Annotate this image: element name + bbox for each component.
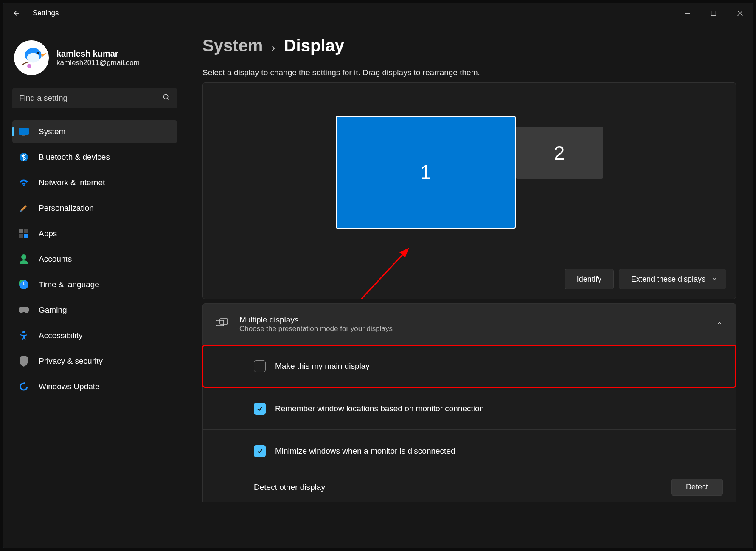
accessibility-icon [18,330,29,341]
nav-label: Time & language [39,280,99,289]
svg-point-9 [163,94,168,99]
nav-item-accessibility[interactable]: Accessibility [12,324,177,347]
minimize-button[interactable] [674,3,700,23]
profile-name: kamlesh kumar [56,49,140,59]
window-controls [674,3,753,23]
make-main-display-checkbox[interactable] [254,360,266,372]
identify-button[interactable]: Identify [565,269,614,289]
remember-checkbox[interactable] [254,403,266,415]
display-canvas[interactable]: 2 1 [203,91,736,253]
nav-label: Accounts [39,254,72,264]
nav-item-windows-update[interactable]: Windows Update [12,375,177,398]
arrow-left-icon [13,9,20,17]
display-1-label: 1 [420,161,431,184]
close-icon [737,11,743,16]
remember-window-locations-row: Remember window locations based on monit… [202,387,736,430]
nav-label: Network & internet [39,178,105,187]
display-2-label: 2 [554,141,565,164]
detect-button[interactable]: Detect [671,479,723,496]
nav-item-accounts[interactable]: Accounts [12,248,177,271]
window-title: Settings [33,9,59,17]
projection-mode-dropdown[interactable]: Extend these displays [619,269,726,289]
nav-item-bluetooth[interactable]: Bluetooth & devices [12,146,177,169]
nav-label: System [39,127,65,136]
svg-point-7 [37,52,39,54]
avatar-bird-icon [14,40,49,75]
minimize-checkbox[interactable] [254,445,266,457]
displays-icon [216,318,228,330]
svg-point-19 [21,254,26,260]
nav-item-system[interactable]: System [12,120,177,143]
display-2[interactable]: 2 [516,127,603,179]
card-title: Multiple displays [239,315,393,325]
chevron-up-icon [716,320,723,328]
wifi-icon [18,177,29,188]
caption-text: Select a display to change the settings … [202,68,736,77]
shield-icon [18,356,29,367]
display-1[interactable]: 1 [336,116,516,229]
nav: System Bluetooth & devices Network & int… [12,120,177,398]
display-arrange-card: 2 1 Identify Extend these displays [202,82,736,299]
checkmark-icon [256,448,263,455]
system-icon [18,126,29,137]
svg-line-10 [167,98,169,100]
back-button[interactable] [11,7,22,19]
svg-point-8 [27,64,31,68]
search-icon [163,93,170,103]
svg-point-14 [23,185,25,186]
nav-label: Privacy & security [39,356,103,366]
nav-item-time-language[interactable]: Time & language [12,273,177,296]
breadcrumb-parent[interactable]: System [202,36,263,55]
maximize-icon [711,11,716,16]
svg-rect-17 [19,234,23,238]
svg-rect-15 [19,229,23,233]
nav-item-gaming[interactable]: Gaming [12,299,177,322]
gamepad-icon [18,305,29,316]
nav-item-privacy[interactable]: Privacy & security [12,350,177,373]
search-box[interactable] [12,88,177,108]
sidebar: kamlesh kumar kamlesh2011@gmail.com Syst… [3,23,186,548]
svg-point-21 [22,331,25,333]
apps-icon [18,228,29,239]
nav-label: Gaming [39,305,67,315]
minimize-on-disconnect-row: Minimize windows when a monitor is disco… [202,430,736,472]
detect-label: Detect other display [254,483,325,492]
minimize-icon [685,11,690,16]
make-main-display-row: Make this my main display [202,345,736,387]
svg-rect-12 [22,135,25,136]
content: System › Display Select a display to cha… [186,23,753,548]
detect-display-row: Detect other display Detect [202,472,736,502]
nav-label: Apps [39,229,57,238]
profile[interactable]: kamlesh kumar kamlesh2011@gmail.com [12,32,177,88]
svg-rect-16 [24,229,28,233]
nav-label: Windows Update [39,382,100,391]
person-icon [18,254,29,265]
svg-rect-18 [24,234,28,238]
maximize-button[interactable] [700,3,727,23]
clock-icon [18,279,29,290]
brush-icon [18,203,29,214]
svg-rect-1 [711,11,716,16]
make-main-display-label: Make this my main display [275,362,370,371]
breadcrumb: System › Display [202,36,736,55]
settings-window: Settings [3,3,753,548]
search-input[interactable] [12,88,177,108]
nav-label: Bluetooth & devices [39,153,110,162]
avatar [14,40,49,75]
close-button[interactable] [727,3,753,23]
nav-item-apps[interactable]: Apps [12,222,177,245]
svg-point-6 [27,53,39,63]
checkmark-icon [256,405,263,412]
remember-label: Remember window locations based on monit… [275,404,484,413]
breadcrumb-current: Display [284,36,344,55]
nav-item-personalization[interactable]: Personalization [12,197,177,220]
chevron-right-icon: › [271,41,275,54]
multiple-displays-card[interactable]: Multiple displays Choose the presentatio… [202,303,736,345]
svg-rect-11 [19,128,29,135]
nav-item-network[interactable]: Network & internet [12,171,177,194]
chevron-down-icon [711,276,717,282]
nav-label: Accessibility [39,331,82,340]
profile-email: kamlesh2011@gmail.com [56,59,140,67]
minimize-label: Minimize windows when a monitor is disco… [275,446,455,456]
svg-line-22 [349,249,408,299]
